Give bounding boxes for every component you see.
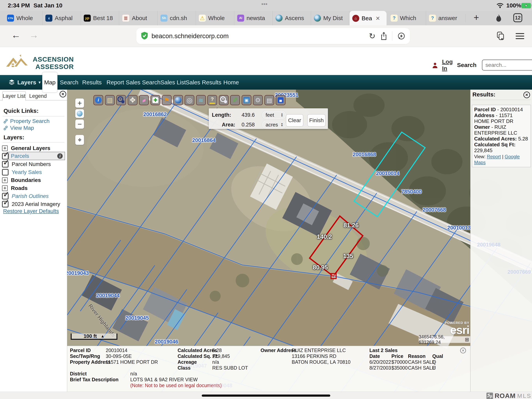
coordinate-expand-icon[interactable]: ⊞ bbox=[465, 337, 469, 343]
browser-tab[interactable]: ?Which bbox=[388, 11, 426, 25]
browser-tab[interactable]: ?answer bbox=[426, 11, 464, 25]
tool-print[interactable]: ▤ bbox=[265, 95, 274, 105]
tool-draw[interactable]: ✎ bbox=[230, 95, 240, 105]
layer-item-yearly-sales[interactable]: Yearly Sales bbox=[2, 168, 66, 176]
browser-tab[interactable]: Ascens bbox=[273, 11, 311, 25]
parcel-number-label[interactable]: 20019044 bbox=[96, 293, 120, 299]
layer-item-parcels-selected[interactable]: Parcels i bbox=[9, 152, 65, 160]
locate-button[interactable]: ⌖ bbox=[75, 135, 84, 145]
nav-tab-report[interactable]: Report bbox=[107, 75, 124, 90]
layer-item-parcel-numbers[interactable]: ✓ Parcel Numbers bbox=[2, 160, 66, 168]
back-button[interactable]: ← bbox=[11, 30, 21, 40]
tab-close-icon[interactable]: ✕ bbox=[375, 15, 380, 22]
tool-place-marker[interactable]: ⚑ bbox=[162, 95, 171, 105]
private-browsing-icon[interactable] bbox=[495, 14, 503, 23]
tool-clear-selection[interactable]: ✕ bbox=[219, 95, 229, 105]
tool-screenshot[interactable]: ◎ bbox=[185, 95, 194, 105]
copy-pages-icon[interactable] bbox=[496, 31, 505, 41]
checkbox-checked: ✓ bbox=[2, 161, 9, 167]
tool-measure[interactable]: ? bbox=[207, 95, 217, 105]
tool-pan[interactable]: ✥ bbox=[128, 95, 138, 105]
search-link[interactable]: Search bbox=[457, 62, 476, 68]
length-unit-select[interactable]: feet ▲▼ bbox=[262, 111, 286, 119]
tab-title: Bea bbox=[362, 15, 372, 22]
close-icon[interactable]: ✕ bbox=[460, 348, 466, 354]
login-link[interactable]: Log In bbox=[442, 58, 453, 72]
browser-tab[interactable]: ≣About bbox=[119, 11, 158, 25]
zoom-in-button[interactable]: + bbox=[75, 98, 84, 108]
tool-settings[interactable]: ⚙ bbox=[253, 95, 263, 105]
nav-tab-map[interactable]: Map bbox=[42, 72, 57, 92]
tool-add-to-selection[interactable]: ✚ bbox=[151, 95, 160, 105]
parcel-number-label[interactable]: 20016864 bbox=[192, 137, 215, 143]
parcel-number-label[interactable]: 20019045 bbox=[125, 315, 149, 321]
layer-item-parish-outlines[interactable]: ✓ Parish Outlines bbox=[2, 192, 66, 200]
new-tab-button[interactable]: + bbox=[474, 12, 479, 23]
home-indicator[interactable] bbox=[202, 394, 330, 397]
tab-title: answer bbox=[438, 15, 457, 21]
nav-tab-sales-list[interactable]: Sales List bbox=[160, 75, 186, 90]
result-card[interactable]: Parcel ID - 20010014 Address - 11571 HOM… bbox=[472, 105, 531, 167]
layer-item-general-layers[interactable]: + General Layers bbox=[2, 144, 66, 152]
browser-tab[interactable]: ETNWhole bbox=[4, 11, 43, 25]
nav-tab-results[interactable]: Results bbox=[82, 75, 102, 90]
nav-tab-sales-search[interactable]: Sales Search bbox=[126, 75, 160, 90]
address-bar[interactable]: beacon.schneidercorp.com ↻ bbox=[136, 28, 410, 44]
tool-zoom-to-selection[interactable]: + bbox=[116, 95, 126, 105]
parcel-number-label[interactable]: 20007668 bbox=[423, 207, 446, 213]
tool-select-features[interactable]: ▧ bbox=[105, 95, 115, 105]
layer-item-boundaries[interactable]: + Boundaries bbox=[2, 176, 66, 184]
close-icon[interactable]: ✕ bbox=[60, 91, 66, 97]
layers-menu[interactable]: Layers ▾ bbox=[8, 75, 41, 90]
expand-icon[interactable]: + bbox=[2, 177, 8, 183]
tool-identify[interactable]: i bbox=[94, 95, 103, 105]
tool-google-earth[interactable] bbox=[173, 95, 183, 105]
report-link[interactable]: Report bbox=[487, 154, 501, 159]
clear-button[interactable]: Clear bbox=[286, 114, 303, 127]
globe-extent-button[interactable] bbox=[75, 109, 84, 118]
quick-link-property-search[interactable]: Property Search bbox=[3, 118, 50, 124]
site-search-input[interactable] bbox=[482, 60, 532, 71]
tab-layer-list[interactable]: Layer List bbox=[2, 91, 26, 101]
parcel-number-label-faint: 20007669 bbox=[507, 269, 531, 275]
browser-tab[interactable]: Shcdn.sh bbox=[158, 11, 196, 25]
assistant-icon[interactable] bbox=[398, 32, 405, 40]
quick-link-view-map[interactable]: View Map bbox=[3, 125, 34, 131]
tool-erase[interactable]: ▰ bbox=[139, 95, 149, 105]
parcel-number-label[interactable]: 20016868 bbox=[353, 152, 376, 158]
parcel-number-label[interactable]: 7850400 bbox=[401, 189, 422, 195]
tool-save[interactable]: ▄ bbox=[276, 95, 285, 105]
finish-button[interactable]: Finish bbox=[307, 114, 326, 127]
browser-tab[interactable]: My Dist bbox=[311, 11, 349, 25]
browser-tab[interactable]: ypBest 18 bbox=[81, 11, 119, 25]
area-unit-select[interactable]: acres ▲▼ bbox=[262, 120, 286, 129]
parcel-number-label[interactable]: 20010014 bbox=[376, 170, 399, 176]
browser-tab[interactable]: AInewsta bbox=[234, 11, 273, 25]
tab-count-button[interactable]: 12 bbox=[513, 13, 522, 22]
close-icon[interactable]: ✕ bbox=[523, 91, 530, 98]
tab-legend[interactable]: Legend bbox=[29, 93, 47, 99]
browser-tab-active[interactable]: ⌂ Bea ✕ bbox=[349, 11, 386, 26]
nav-tab-home[interactable]: Home bbox=[223, 75, 239, 90]
layer-item-aerial-imagery[interactable]: ✓ 2023 Aerial Imagery bbox=[2, 200, 66, 208]
restore-layer-defaults-link[interactable]: Restore Layer Defaults bbox=[3, 208, 59, 214]
tool-edit-annotations[interactable]: ≋ bbox=[196, 95, 206, 105]
parcel-number-label[interactable]: 20016862 bbox=[143, 111, 167, 117]
browser-tab[interactable]: ⚠Whole bbox=[196, 11, 234, 25]
tool-fullscreen[interactable]: ▣ bbox=[242, 95, 251, 105]
forward-button[interactable]: → bbox=[29, 30, 38, 40]
share-icon[interactable] bbox=[380, 32, 387, 40]
length-unit-value: feet bbox=[266, 112, 274, 118]
zoom-out-button[interactable]: − bbox=[75, 119, 84, 129]
browser-tab[interactable]: ◖Asphal bbox=[43, 11, 81, 25]
reload-icon[interactable]: ↻ bbox=[369, 32, 375, 40]
tab-title: Whole bbox=[16, 15, 33, 21]
nav-tab-sales-results[interactable]: Sales Results bbox=[186, 75, 221, 90]
parcel-number-label[interactable]: 20019046 bbox=[155, 339, 178, 345]
layer-item-roads[interactable]: + Roads bbox=[2, 184, 66, 192]
menu-icon[interactable] bbox=[516, 33, 525, 40]
parcel-number-label[interactable]: 20010013 bbox=[447, 225, 471, 231]
nav-tab-search[interactable]: Search bbox=[60, 75, 78, 90]
info-icon[interactable]: i bbox=[57, 153, 63, 159]
parcel-number-label[interactable]: 20019043 bbox=[65, 270, 89, 276]
